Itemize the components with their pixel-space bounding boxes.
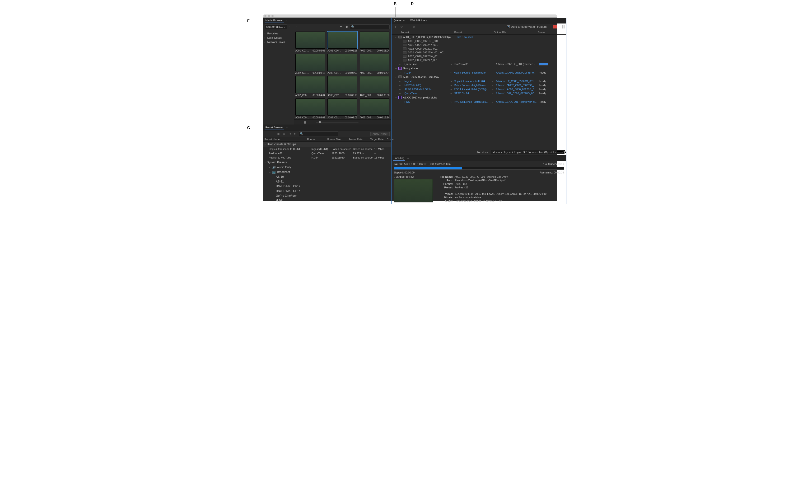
output-format[interactable]: QuickTime <box>405 92 448 95</box>
output-format[interactable]: HEVC (H.265) <box>405 84 448 87</box>
nav-back-button[interactable]: ← <box>288 24 293 29</box>
preset-row[interactable]: ProRes 422QuickTime1920x108029.97 fps–Cu… <box>263 151 391 155</box>
pause-queue-button[interactable] <box>562 25 565 28</box>
clip-thumb[interactable]: A004_C00…00:00:03:02 <box>295 98 325 119</box>
traffic-light-zoom[interactable] <box>271 15 274 17</box>
stop-queue-button[interactable] <box>553 25 557 28</box>
output-file-path[interactable]: /Users/…0921FG_001 (Stitched Clip).mov <box>496 63 538 65</box>
clip-thumb[interactable]: A004_C01…00:00:02:06 <box>327 98 357 119</box>
chevron-down-icon[interactable]: ⌵ <box>397 71 404 74</box>
new-group-button[interactable]: ▥ <box>276 131 281 136</box>
zoom-reset-icon[interactable]: ○ <box>309 120 314 125</box>
col-frame-rate[interactable]: Frame Rate <box>349 138 370 141</box>
import-preset-button[interactable]: ⇥ <box>287 131 292 136</box>
preset-row[interactable]: Copy & transcode to H.264Ingest (H.264)B… <box>263 147 391 151</box>
chevron-down-icon[interactable]: ⌵ <box>490 88 495 91</box>
remove-preset-button[interactable]: － <box>270 131 275 136</box>
chevron-down-icon[interactable]: ⌵ <box>397 84 404 87</box>
tree-network-drives[interactable]: ›Network Drives <box>263 40 294 44</box>
queue-output-row[interactable]: ⌵ PNG ⌵ PNG Sequence (Match Source) ⌵ /U… <box>391 100 566 104</box>
filter-icon[interactable]: ▾ <box>339 24 343 29</box>
preset-search-box[interactable]: 🔍 <box>299 131 338 136</box>
queue-source-row[interactable]: ⌵ A001_C037_0921FG_001 (Stitched Clip) H… <box>391 35 566 39</box>
queue-list[interactable]: ⌵ A001_C037_0921FG_001 (Stitched Clip) H… <box>391 35 566 149</box>
clip-thumb[interactable]: A003_C02…00:00:06:18 <box>327 76 357 97</box>
clip-thumb[interactable]: A001_C03…00:00:02:08 <box>295 32 325 52</box>
apply-preset-button[interactable]: Apply Preset <box>370 132 389 136</box>
output-preset[interactable]: Match Source - High Bitrate <box>454 84 490 87</box>
preset-search-input[interactable] <box>304 132 337 135</box>
queue-output-row[interactable]: ⌵ Ingest ⌵ Copy & transcode to H.264 ⌵ /… <box>391 79 566 83</box>
stitched-child-row[interactable]: A002_C018_0922BW_001 <box>391 54 566 58</box>
output-preset[interactable]: ProRes 422 <box>454 63 490 65</box>
output-format[interactable]: H.264 <box>405 71 448 74</box>
stitched-child-row[interactable]: A002_C018_0922BW_001_001 <box>391 51 566 54</box>
traffic-light-close[interactable] <box>264 15 266 17</box>
preset-format-item[interactable]: ›H.264 <box>263 198 391 203</box>
queue-output-row[interactable]: ⌵ QuickTime ⌵ ProRes 422 /Users/…0921FG_… <box>391 62 566 66</box>
output-preset[interactable]: Match Source - High bitrate <box>454 71 490 74</box>
preset-row[interactable]: Publish to YouTubeH.2641920x1080Based on… <box>263 155 391 160</box>
preset-cat-broadcast[interactable]: ⌵📺Broadcast <box>263 170 391 174</box>
output-file-path[interactable]: /Users/…f/AME output/Going Home.mp4 <box>496 71 538 74</box>
col-frame-size[interactable]: Frame Size <box>327 138 349 141</box>
add-preset-button[interactable]: ＋ <box>265 131 269 136</box>
output-preset[interactable]: RGBA 4:4:4:4 12-bit (BCS@L5) <box>454 88 490 91</box>
chevron-down-icon[interactable]: ⌵ <box>490 71 495 74</box>
output-file-path[interactable]: /Users/…002_C086_09220G_001_2.mov <box>496 92 538 95</box>
chevron-down-icon[interactable]: ⌵ <box>490 100 495 103</box>
tree-favorites[interactable]: ⌵Favorites <box>263 31 294 36</box>
duplicate-button[interactable]: ⧉ <box>412 24 416 29</box>
stitched-child-row[interactable]: A001_C064_09224Y_001 <box>391 43 566 47</box>
clip-thumb[interactable]: A002_C05…00:00:03:04 <box>360 54 390 74</box>
clip-thumb[interactable]: A005_C02…00:00:13:14 <box>360 98 390 119</box>
stitched-child-row[interactable]: A002_C009_092221_001 <box>391 47 566 51</box>
panel-menu-icon[interactable]: ≡ <box>407 157 409 160</box>
preset-format-item[interactable]: ›HEVC (H.265) <box>263 203 391 204</box>
output-format[interactable]: QuickTime <box>405 63 448 65</box>
add-source-button[interactable]: ＋ <box>393 24 398 29</box>
chevron-down-icon[interactable]: ⌵ <box>449 92 453 95</box>
thumb-view-icon[interactable]: ▦ <box>303 120 307 125</box>
encoding-tab[interactable]: Encoding <box>393 156 406 161</box>
queue-output-row[interactable]: ⌵ HEVC (H.265) ⌵ Match Source - High Bit… <box>391 83 566 87</box>
output-format[interactable]: Ingest <box>405 80 448 83</box>
tab-watch-folders[interactable]: Watch Folders <box>410 18 428 23</box>
list-view-icon[interactable]: ☰ <box>296 120 301 125</box>
chevron-down-icon[interactable]: ⌵ <box>490 79 495 83</box>
output-preset[interactable]: NTSC DV 24p <box>454 92 490 95</box>
tab-queue[interactable]: Queue ≡ <box>393 18 405 23</box>
chevron-down-icon[interactable]: ⌵ <box>397 92 404 95</box>
stitched-child-row[interactable]: A002_C052_0922T7_001 <box>391 58 566 62</box>
media-browser-tab[interactable]: Media Browser <box>265 18 284 23</box>
output-file-path[interactable]: /Volume…2_C086_09220G_001.mov <box>496 80 538 83</box>
panel-menu-icon[interactable]: ≡ <box>403 19 405 22</box>
renderer-combo[interactable]: Mercury Playback Engine GPU Acceleration… <box>491 150 565 154</box>
col-preset-name[interactable]: Preset Name <box>265 138 307 141</box>
export-preset-button[interactable]: ⇤ <box>293 131 298 136</box>
clip-thumb[interactable]: A001_C06…00:00:01:18 <box>327 32 357 52</box>
media-search-box[interactable]: 🔍 <box>350 24 390 29</box>
ingest-icon[interactable]: ◐ <box>344 24 349 29</box>
preset-format-item[interactable]: ›DNxHD MXF OP1a <box>263 184 391 189</box>
chevron-down-icon[interactable]: ⌵ <box>449 62 453 65</box>
chevron-down-icon[interactable]: ⌵ <box>490 92 495 95</box>
tree-local-drives[interactable]: ›Local Drives <box>263 36 294 40</box>
chevron-down-icon[interactable]: ⌵ <box>449 79 453 83</box>
auto-encode-checkbox[interactable]: ✔ <box>507 25 510 28</box>
output-file-path[interactable]: /Users/…E CC 2017 comp with alpha.png <box>496 100 538 103</box>
preset-format-item[interactable]: ›DNxHR MXF OP1a <box>263 189 391 193</box>
chevron-down-icon[interactable]: ⌵ <box>397 62 404 65</box>
queue-output-row[interactable]: ⌵ QuickTime ⌵ NTSC DV 24p ⌵ /Users/…002_… <box>391 91 566 95</box>
output-preset[interactable]: Copy & transcode to H.264 <box>454 80 490 83</box>
thumbnail-grid[interactable]: A001_C03…00:00:02:08 A001_C06…00:00:01:1… <box>294 30 391 119</box>
clip-thumb[interactable]: A002_C08…00:00:04:04 <box>295 76 325 97</box>
traffic-light-minimize[interactable] <box>268 15 270 17</box>
chevron-down-icon[interactable]: ⌵ <box>449 88 453 91</box>
chevron-down-icon[interactable]: ⌵ <box>397 79 404 83</box>
preset-format-item[interactable]: ›AS-11 <box>263 179 391 184</box>
chevron-down-icon[interactable]: ⌵ <box>449 71 453 74</box>
queue-source-row[interactable]: ⌵ Going Home <box>391 66 566 70</box>
group-user-presets[interactable]: ⌵User Presets & Groups <box>263 142 391 147</box>
chevron-down-icon[interactable]: ⌵ <box>449 84 453 87</box>
